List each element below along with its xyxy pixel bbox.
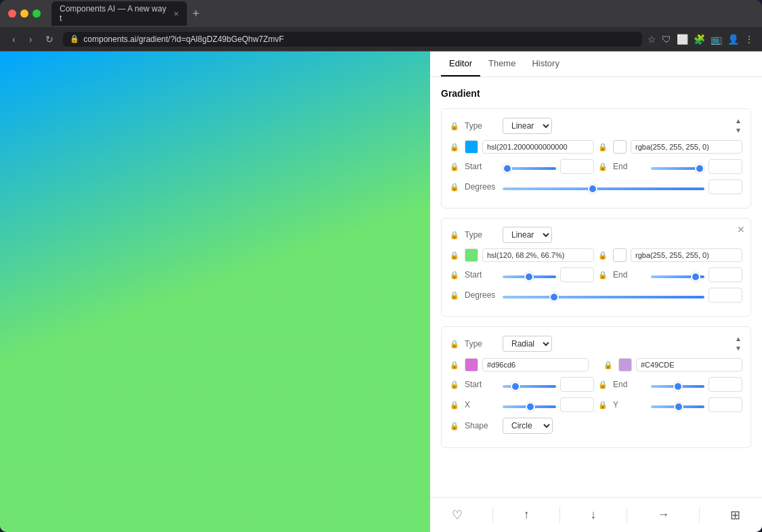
gradient1-type-select[interactable]: Linear Radial: [503, 118, 552, 134]
gradient3-x-lock[interactable]: 🔒: [450, 401, 459, 409]
grid-icon: ⊞: [730, 508, 740, 522]
gradient3-color2-swatch[interactable]: [618, 358, 632, 372]
gradient2-start-slider[interactable]: [503, 275, 556, 278]
gradient2-color2-lock[interactable]: 🔒: [598, 251, 608, 260]
gradient1-color2-lock[interactable]: 🔒: [598, 143, 608, 152]
gradient1-end-lock[interactable]: 🔒: [598, 162, 608, 171]
right-button[interactable]: →: [643, 502, 683, 527]
gradient1-color1-input[interactable]: hsl(201.2000000000000: [482, 140, 594, 154]
gradient2-color1-input[interactable]: hsl(120, 68.2%, 66.7%): [482, 248, 594, 262]
gradient-preview: [0, 51, 430, 532]
gradient2-start-label: Start: [465, 270, 499, 280]
gradient1-color1-lock[interactable]: 🔒: [450, 143, 459, 152]
gradient1-color2-input[interactable]: rgba(255, 255, 255, 0): [631, 140, 742, 154]
up-icon: ↑: [524, 508, 530, 521]
bookmark-icon[interactable]: ☆: [648, 34, 656, 45]
tab-history[interactable]: History: [524, 51, 567, 76]
reload-button[interactable]: ↻: [41, 32, 58, 46]
tab-close-icon[interactable]: ✕: [173, 10, 179, 18]
up-button[interactable]: ↑: [510, 502, 543, 527]
shield-icon[interactable]: 🛡: [662, 34, 671, 45]
minimize-button[interactable]: [20, 9, 28, 18]
gradient3-shape-select[interactable]: Circle Ellipse: [503, 418, 553, 434]
gradient2-end-lock[interactable]: 🔒: [598, 271, 608, 280]
gradient1-degrees-slider[interactable]: [503, 187, 704, 190]
gradient2-color2-swatch[interactable]: [613, 248, 627, 262]
maximize-button[interactable]: [33, 9, 41, 18]
gradient3-start-lock[interactable]: 🔒: [450, 380, 459, 389]
gradient3-x-slider[interactable]: [503, 405, 556, 408]
gradient3-color1-lock[interactable]: 🔒: [450, 361, 459, 370]
cast-icon[interactable]: 📺: [711, 34, 722, 45]
gradient2-end-value[interactable]: 90: [708, 267, 742, 282]
gradient3-y-value[interactable]: 159: [708, 397, 742, 412]
address-bar[interactable]: 🔒 components.ai/gradient/?id=qAl8gDZ49bG…: [63, 32, 642, 47]
gradient2-color2-input[interactable]: rgba(255, 255, 255, 0): [631, 248, 742, 262]
tab-editor[interactable]: Editor: [441, 51, 480, 76]
gradient1-down-arrow[interactable]: ▼: [734, 127, 742, 135]
gradient1-start-lock[interactable]: 🔒: [450, 162, 459, 171]
gradient1-type-lock[interactable]: 🔒: [450, 122, 459, 131]
gradient3-down-arrow[interactable]: ▼: [734, 345, 742, 353]
gradient3-type-select[interactable]: Linear Radial: [503, 336, 552, 352]
gradient3-color1-input[interactable]: #d96cd6: [482, 358, 589, 372]
gradient3-start-slider[interactable]: [503, 385, 556, 388]
gradient3-y-lock[interactable]: 🔒: [598, 401, 608, 409]
gradient1-type-row: 🔒 Type Linear Radial ▲ ▼: [450, 117, 742, 135]
gradient2-degrees-value[interactable]: 87: [708, 288, 742, 303]
gradient2-start-value[interactable]: 49: [560, 267, 594, 282]
gradient3-end-lock[interactable]: 🔒: [598, 380, 608, 389]
panel-body: Gradient 🔒 Type Linear Radial ▲ ▼: [430, 77, 762, 497]
gradient3-end-slider-container: [651, 380, 704, 390]
profile-icon[interactable]: 👤: [727, 34, 739, 45]
gradient2-type-lock[interactable]: 🔒: [450, 231, 459, 240]
gradient3-y-slider[interactable]: [651, 405, 704, 408]
tab-theme[interactable]: Theme: [480, 51, 524, 76]
gradient3-type-lock[interactable]: 🔒: [450, 340, 459, 349]
gradient1-color1-swatch[interactable]: [465, 140, 478, 154]
close-button[interactable]: [8, 9, 16, 18]
browser-tab[interactable]: Components AI — A new way t ✕: [51, 1, 187, 26]
gradient2-color1-swatch[interactable]: [465, 248, 478, 262]
gradient3-up-arrow[interactable]: ▲: [734, 335, 742, 343]
gradient2-end-slider[interactable]: [651, 275, 704, 278]
menu-icon[interactable]: ⋮: [744, 34, 754, 45]
gradient1-start-slider[interactable]: [503, 167, 556, 170]
toolbar-divider-4: [699, 507, 700, 523]
gradient3-end-slider[interactable]: [651, 385, 704, 388]
gradient1-degrees-value[interactable]: 160: [708, 179, 742, 194]
gradient3-end-value[interactable]: 50: [708, 377, 742, 392]
gradient3-color2-input[interactable]: #C49CDE: [636, 358, 742, 372]
gradient1-degrees-lock[interactable]: 🔒: [450, 183, 459, 192]
forward-button[interactable]: ›: [25, 32, 37, 46]
gradient2-degrees-slider[interactable]: [503, 296, 704, 298]
gradient3-start-value[interactable]: 18: [560, 377, 594, 392]
down-icon: ↓: [590, 508, 596, 521]
bottom-toolbar: ♡ ↑ ↓ → ⊞: [430, 497, 762, 532]
gradient1-start-value[interactable]: 0: [560, 159, 594, 174]
gradient3-x-label: X: [465, 400, 499, 409]
gradient2-degrees-lock[interactable]: 🔒: [450, 291, 459, 300]
gradient1-color2-swatch[interactable]: [613, 140, 627, 154]
gradient1-end-slider[interactable]: [651, 167, 704, 170]
gradient3-color1-swatch[interactable]: [465, 358, 478, 372]
gradient-block-1: 🔒 Type Linear Radial ▲ ▼ 🔒: [441, 108, 751, 208]
gradient2-color1-lock[interactable]: 🔒: [450, 251, 459, 260]
ext1-icon[interactable]: ⬜: [677, 34, 688, 45]
back-button[interactable]: ‹: [8, 32, 20, 46]
new-tab-button[interactable]: +: [187, 7, 205, 21]
ext2-icon[interactable]: 🧩: [694, 34, 705, 45]
gradient2-start-lock[interactable]: 🔒: [450, 271, 459, 280]
gradient3-x-value[interactable]: 157: [560, 397, 594, 412]
gradient3-shape-lock[interactable]: 🔒: [450, 422, 459, 430]
browser-window: Components AI — A new way t ✕ + ‹ › ↻ 🔒 …: [0, 0, 762, 532]
gradient2-close-button[interactable]: ✕: [737, 224, 745, 235]
down-button[interactable]: ↓: [576, 502, 610, 527]
gradient1-startend-row: 🔒 Start 0 🔒 End 100: [450, 159, 742, 174]
heart-button[interactable]: ♡: [438, 502, 476, 528]
gradient3-color2-lock[interactable]: 🔒: [604, 361, 613, 370]
gradient1-end-value[interactable]: 100: [708, 159, 742, 174]
grid-button[interactable]: ⊞: [717, 502, 754, 528]
gradient2-type-select[interactable]: Linear Radial: [503, 227, 552, 243]
gradient1-up-arrow[interactable]: ▲: [734, 117, 742, 125]
